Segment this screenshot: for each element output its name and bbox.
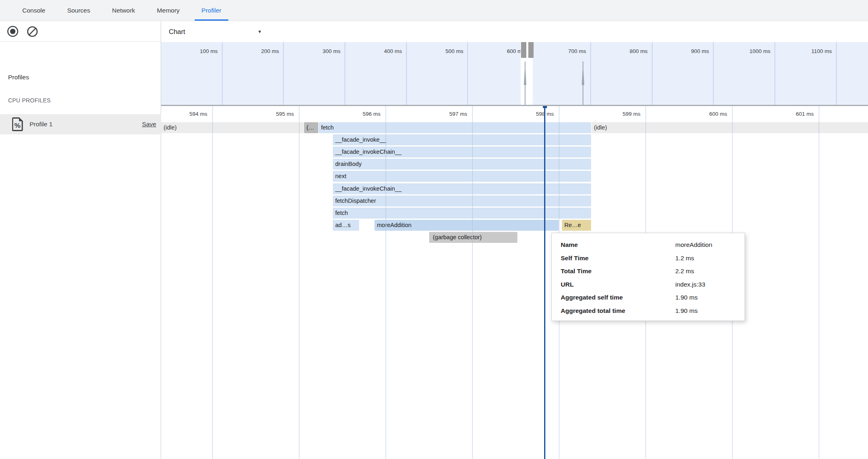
flame-bar-idle: (idle) <box>161 122 304 133</box>
profiler-toolbar: Chart ▼ <box>161 21 868 42</box>
overview-column: 1000 ms <box>714 42 775 106</box>
ruler-tick-label: 596 ms <box>363 111 381 117</box>
ruler-tick-label: 601 ms <box>796 111 814 117</box>
flame-bar-fetchdispatcher[interactable]: fetchDispatcher <box>333 196 591 206</box>
selection-handle-right[interactable] <box>528 42 534 58</box>
overview-tick-label: 100 ms <box>200 48 217 54</box>
profile-list-item[interactable]: % Profile 1 Save <box>0 114 161 134</box>
overview-column: 500 ms <box>407 42 468 106</box>
overview-column: 300 ms <box>284 42 345 106</box>
tooltip-label: Name <box>561 241 675 249</box>
overview-column: 100 ms <box>161 42 223 106</box>
profiles-heading: Profiles <box>8 74 29 81</box>
frame-tooltip: NamemoreAdditionSelf Time1.2 msTotal Tim… <box>551 233 745 321</box>
overview-tick-label: 900 ms <box>691 48 709 54</box>
overview-column: 1100 ms <box>775 42 837 106</box>
ruler-tick-label: 599 ms <box>623 111 640 117</box>
overview-tick-label: 800 ms <box>630 48 647 54</box>
flame-bar-fetch[interactable]: fetch <box>319 122 591 133</box>
ruler-tick-label: 597 ms <box>449 111 467 117</box>
overview-column: 900 ms <box>653 42 714 106</box>
cpu-profiles-section-label: CPU PROFILES <box>8 97 51 104</box>
tooltip-value: 1.90 ms <box>675 307 698 314</box>
overview-tick-label: 700 ms <box>568 48 586 54</box>
overview-tick-label: 1100 ms <box>811 48 832 54</box>
tooltip-label: Aggregated self time <box>561 294 675 301</box>
tooltip-label: Total Time <box>561 268 675 275</box>
devtools-profiler-panel: ConsoleSourcesNetworkMemoryProfiler <box>0 0 868 459</box>
tooltip-value: 1.2 ms <box>675 255 694 262</box>
flame-bar-moreaddition[interactable]: moreAddition <box>374 220 559 231</box>
tab-sources[interactable]: Sources <box>56 0 101 21</box>
tooltip-value: moreAddition <box>675 241 712 249</box>
tab-memory[interactable]: Memory <box>146 0 191 21</box>
tab-bar: ConsoleSourcesNetworkMemoryProfiler <box>0 0 868 21</box>
ms-gridline <box>299 106 300 459</box>
tooltip-row: NamemoreAddition <box>561 238 745 252</box>
timeline-overview[interactable]: 100 ms200 ms300 ms400 ms500 ms600 ms700 … <box>161 42 868 106</box>
ruler-tick-label: 595 ms <box>276 111 294 117</box>
flame-bar-fetch[interactable]: fetch <box>333 208 591 219</box>
ms-gridline <box>819 106 819 459</box>
flame-bar-garbage-collector[interactable]: (garbage collector) <box>429 232 517 243</box>
flame-bar-ad-s[interactable]: ad…s <box>333 220 359 231</box>
clear-icon <box>27 26 38 37</box>
flame-chart: 594 ms595 ms596 ms597 ms598 ms599 ms600 … <box>161 106 868 459</box>
ruler-tick-label: 594 ms <box>189 111 207 117</box>
chevron-down-icon: ▼ <box>257 29 262 34</box>
tooltip-row: Self Time1.2 ms <box>561 252 745 265</box>
ms-gridline <box>472 106 473 459</box>
tooltip-row: Total Time2.2 ms <box>561 265 745 278</box>
flame-bar-facade-invokechain[interactable]: __facade_invokeChain__ <box>333 183 591 194</box>
tooltip-value: 2.2 ms <box>675 268 694 275</box>
tab-profiler[interactable]: Profiler <box>191 0 232 21</box>
flame-bar-facade-invoke[interactable]: __facade_invoke__ <box>333 134 591 145</box>
tooltip-row: Aggregated total time1.90 ms <box>561 304 745 318</box>
view-mode-dropdown[interactable]: Chart ▼ <box>169 21 262 42</box>
tab-network[interactable]: Network <box>101 0 146 21</box>
overview-column: 1200 ms <box>837 42 868 106</box>
flame-bar-[interactable]: (… <box>304 122 318 133</box>
tooltip-label: URL <box>561 281 675 288</box>
ruler-tick-label: 600 ms <box>709 111 727 117</box>
overview-bottom-border <box>161 105 868 106</box>
record-button[interactable] <box>6 21 19 42</box>
profile-document-icon: % <box>12 117 23 133</box>
ms-gridline <box>212 106 213 459</box>
profile-name: Profile 1 <box>30 114 53 134</box>
overview-tick-label: 300 ms <box>323 48 340 54</box>
flame-bar-facade-invokechain[interactable]: __facade_invokeChain__ <box>333 147 591 157</box>
flame-bar-re-e[interactable]: Re…e <box>562 220 591 231</box>
flame-bar-idle: (idle) <box>591 122 868 133</box>
overview-tick-label: 400 ms <box>384 48 402 54</box>
time-marker-handle[interactable] <box>543 106 547 108</box>
tooltip-value: 1.90 ms <box>675 294 698 301</box>
tab-console[interactable]: Console <box>11 0 56 21</box>
tooltip-row: Aggregated self time1.90 ms <box>561 291 745 304</box>
overview-tick-label: 500 ms <box>445 48 463 54</box>
svg-text:%: % <box>14 122 20 130</box>
overview-column: 400 ms <box>345 42 407 106</box>
tooltip-label: Aggregated total time <box>561 307 675 314</box>
ms-gridline <box>385 106 386 459</box>
overview-column: 200 ms <box>223 42 284 106</box>
save-profile-link[interactable]: Save <box>142 114 156 134</box>
profiles-sidebar: Profiles CPU PROFILES % Profile 1 Save <box>0 21 161 459</box>
tooltip-value: index.js:33 <box>675 281 705 288</box>
time-marker-line[interactable] <box>544 106 546 459</box>
overview-column: 800 ms <box>591 42 653 106</box>
flame-bar-next[interactable]: next <box>333 171 591 182</box>
flame-bar-drainbody[interactable]: drainBody <box>333 159 591 170</box>
tooltip-row: URLindex.js:33 <box>561 278 745 291</box>
clear-button[interactable] <box>26 21 39 42</box>
overview-tick-label: 200 ms <box>261 48 279 54</box>
selection-handle-left[interactable] <box>521 42 526 58</box>
overview-tick-label: 1000 ms <box>749 48 770 54</box>
sidebar-toolbar <box>0 21 161 42</box>
record-icon <box>7 26 19 37</box>
tooltip-label: Self Time <box>561 255 675 262</box>
view-mode-value: Chart <box>169 28 185 36</box>
